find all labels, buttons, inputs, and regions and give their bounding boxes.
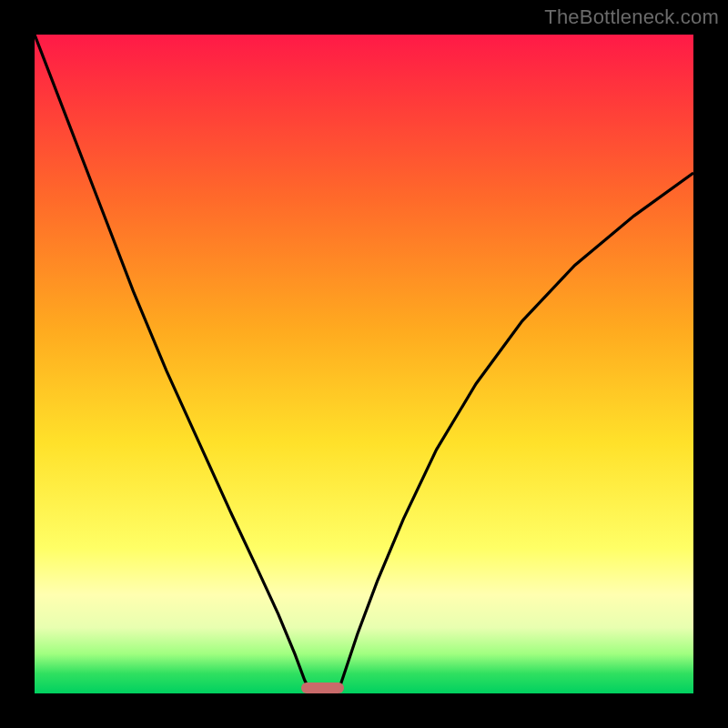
- chart-frame: TheBottleneck.com: [0, 0, 728, 728]
- bottleneck-marker: [301, 682, 344, 693]
- chart-plot-area: [35, 35, 693, 693]
- right-curve: [338, 173, 693, 693]
- left-curve: [35, 35, 311, 693]
- watermark-text: TheBottleneck.com: [544, 5, 719, 29]
- chart-curves: [35, 35, 693, 693]
